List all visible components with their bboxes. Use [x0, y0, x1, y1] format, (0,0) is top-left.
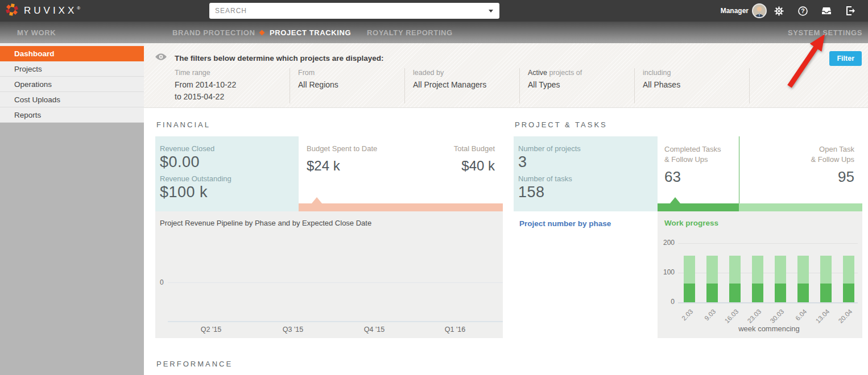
filter-field-including[interactable]: includingAll Phases — [634, 68, 749, 103]
completed-segment — [729, 284, 741, 302]
filter-button[interactable]: Filter — [829, 51, 862, 66]
number-of-projects-value: 3 — [518, 153, 653, 171]
sidebar-item-dashboard[interactable]: Dashboard — [0, 46, 144, 61]
primary-nav-bar: MY WORKBRAND PROTECTIONPROJECT TRACKINGR… — [0, 22, 868, 43]
open-tasks-label: Open Task & Follow Ups — [747, 144, 854, 164]
work-progress-gridline — [678, 302, 858, 303]
project-by-phase-panel: Project number by phase — [514, 211, 658, 338]
completed-segment — [820, 284, 832, 302]
work-progress-bar-6-04 — [797, 256, 809, 302]
filter-field-label: Active projects of — [528, 69, 629, 77]
performance-section-title: PERFORMANCE — [156, 360, 868, 368]
filter-field-from[interactable]: FromAll Regions — [290, 68, 404, 103]
budget-progress-bar — [299, 203, 503, 211]
work-progress-bar-2-03 — [684, 256, 695, 302]
user-role-label: Manager — [721, 7, 749, 15]
work-progress-y-tick: 0 — [658, 298, 675, 306]
nav-tab-my-work[interactable]: MY WORK — [17, 22, 56, 43]
work-progress-bar-23-03 — [752, 256, 763, 302]
user-cluster: Manager — [721, 0, 862, 22]
work-progress-bar-9-03 — [706, 256, 718, 302]
sidebar-menu: DashboardProjectsOperationsCost UploadsR… — [0, 43, 144, 123]
sidebar: DashboardProjectsOperationsCost UploadsR… — [0, 43, 144, 375]
cards-row: FINANCIAL Revenue Closed $0.00 Revenue O… — [155, 120, 868, 338]
pipeline-x-tick: Q3 '15 — [283, 326, 303, 334]
completed-tasks-label: Completed Tasks & Follow Ups — [664, 144, 732, 164]
completed-segment — [684, 284, 695, 302]
top-bar: RUVIXX® Manager — [0, 0, 868, 22]
financial-section-title: FINANCIAL — [156, 120, 503, 129]
nav-tab-project-tracking[interactable]: PROJECT TRACKING — [260, 22, 351, 43]
number-of-tasks-value: 158 — [518, 184, 653, 201]
pipeline-x-tick: Q1 '16 — [445, 326, 465, 334]
work-progress-bars — [684, 243, 854, 302]
filter-field-time-range[interactable]: Time rangeFrom 2014-10-22to 2015-04-22 — [175, 68, 290, 103]
pipeline-x-tick: Q2 '15 — [201, 326, 221, 334]
number-of-projects-label: Number of projects — [518, 144, 653, 153]
active-tab-diamond-icon — [259, 30, 265, 35]
tasks-summary: Number of projects 3 Number of tasks 158… — [514, 136, 862, 211]
filter-field-value: All Regions — [298, 79, 399, 91]
open-tasks-value: 95 — [747, 168, 854, 186]
search-input[interactable] — [209, 3, 499, 19]
filter-field-value: to 2015-04-22 — [175, 91, 284, 103]
filter-field-value: From 2014-10-22 — [175, 79, 284, 91]
svg-text:?: ? — [801, 7, 804, 14]
dashboard-content: FINANCIAL Revenue Closed $0.00 Revenue O… — [144, 108, 868, 368]
sidebar-item-reports[interactable]: Reports — [0, 107, 144, 123]
inbox-icon[interactable] — [815, 0, 838, 22]
filter-field-active-projects-of[interactable]: Active projects ofAll Types — [519, 68, 634, 103]
nav-tab-label: PROJECT TRACKING — [270, 28, 351, 37]
filter-field-value: All Types — [528, 79, 629, 91]
search-dropdown-caret-icon[interactable] — [489, 10, 493, 13]
project-number-by-phase-link[interactable]: Project number by phase — [519, 219, 611, 228]
open-tasks-bar — [739, 203, 862, 211]
revenue-closed-label: Revenue Closed — [160, 144, 294, 153]
nav-tab-royalty-reporting[interactable]: ROYALTY REPORTING — [367, 22, 453, 43]
logout-icon[interactable] — [838, 0, 862, 22]
filter-field-empty — [749, 68, 864, 103]
open-tasks-panel: Open Task & Follow Ups 95 — [739, 136, 862, 211]
brand-name: RUVIXX® — [24, 5, 80, 16]
revenue-panel: Revenue Closed $0.00 Revenue Outstanding… — [155, 136, 299, 211]
open-segment — [684, 256, 695, 284]
project-tasks-section: PROJECT & TASKS Number of projects 3 Num… — [514, 120, 862, 338]
pipeline-x-axis — [168, 321, 503, 322]
completed-segment — [797, 284, 809, 302]
nav-tab-system-settings[interactable]: SYSTEM SETTINGS — [788, 22, 862, 43]
total-budget-value: $40 k — [454, 158, 495, 174]
filter-bar: The filters below determine which projec… — [144, 43, 868, 108]
help-icon[interactable]: ? — [791, 0, 815, 22]
work-progress-chart: Work progress 0100200 2.039.0316.0323.03… — [658, 211, 862, 338]
user-avatar[interactable] — [752, 3, 767, 18]
financial-section: FINANCIAL Revenue Closed $0.00 Revenue O… — [155, 120, 503, 338]
number-of-tasks-label: Number of tasks — [518, 174, 653, 183]
filter-field-leaded-by[interactable]: leaded byAll Project Managers — [404, 68, 519, 103]
filter-field-label: Time range — [175, 69, 284, 77]
budget-panel: Budget Spent to Date $24 k Total Budget … — [299, 136, 503, 211]
filter-field-value: All Phases — [643, 79, 743, 91]
ruvixx-dashboard: { "topbar": { "brand": "RUVIXX", "regist… — [0, 0, 868, 375]
work-progress-bar-13-04 — [820, 256, 832, 302]
brand-logo[interactable]: RUVIXX® — [5, 0, 80, 22]
eye-icon[interactable] — [155, 53, 167, 63]
sidebar-item-cost-uploads[interactable]: Cost Uploads — [0, 92, 144, 107]
gear-icon[interactable] — [767, 0, 791, 22]
open-segment — [775, 256, 786, 284]
sidebar-item-operations[interactable]: Operations — [0, 77, 144, 92]
filter-field-value: All Project Managers — [413, 79, 514, 91]
nav-tab-brand-protection[interactable]: BRAND PROTECTION — [172, 22, 255, 43]
financial-summary: Revenue Closed $0.00 Revenue Outstanding… — [155, 136, 503, 211]
pipeline-y-tick-0: 0 — [160, 278, 164, 286]
work-progress-y-tick: 100 — [658, 268, 675, 276]
completed-segment — [775, 284, 786, 302]
registered-mark: ® — [77, 6, 80, 11]
sidebar-item-projects[interactable]: Projects — [0, 61, 144, 77]
revenue-outstanding-label: Revenue Outstanding — [160, 174, 294, 183]
filter-field-label: From — [298, 69, 399, 77]
tasks-charts-row: Project number by phase Work progress 01… — [514, 211, 862, 338]
work-progress-bar-16-03 — [729, 256, 741, 302]
completed-tasks-bar — [658, 203, 739, 211]
ruvixx-cube-logo-icon — [5, 2, 19, 19]
pipeline-gridline — [168, 282, 503, 283]
